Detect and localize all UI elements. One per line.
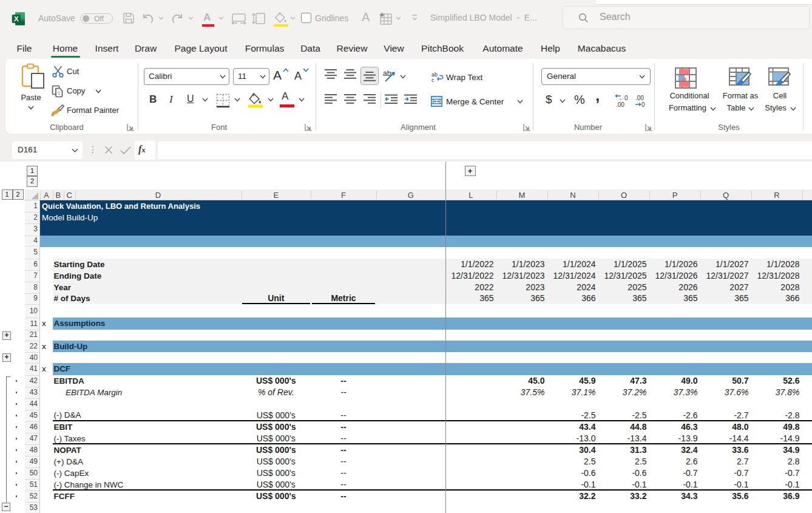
svg-text:X: X [14, 15, 19, 22]
svg-text:0: 0 [641, 101, 645, 108]
svg-text:c: c [431, 77, 435, 83]
svg-text:.00: .00 [635, 95, 644, 101]
svg-text:.00: .00 [616, 101, 624, 108]
